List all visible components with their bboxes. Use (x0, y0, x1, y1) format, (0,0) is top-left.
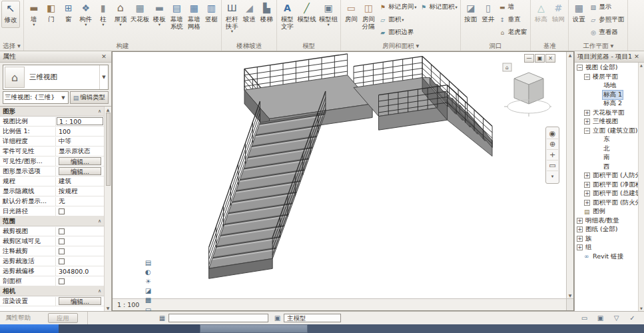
property-value[interactable]: 编辑... (56, 157, 104, 165)
property-row[interactable]: 日光路径 (0, 206, 104, 216)
tree-item[interactable]: + 图纸 (全部) (575, 225, 638, 234)
tree-item[interactable]: + 族 (575, 234, 638, 244)
property-value-text[interactable]: 无 (57, 197, 103, 206)
tree-item[interactable]: 场地 (575, 81, 638, 91)
ribbon-button[interactable]: 柱 ▾ (95, 1, 112, 33)
tree-item[interactable]: 图例 (575, 207, 638, 216)
navigation-bar[interactable]: ◉⊕+▭▾ (545, 127, 559, 184)
properties-panel-header[interactable]: 属性 ✕ (0, 51, 111, 63)
property-row[interactable]: 默认分析显示... 无 (0, 196, 104, 206)
ribbon-group-label[interactable]: 洞口 (461, 41, 531, 51)
tree-item-label[interactable]: 立面 (建筑立面) (591, 127, 638, 135)
checkbox[interactable] (59, 258, 65, 264)
property-value-text[interactable]: 编辑... (59, 167, 101, 175)
worksets-field[interactable] (168, 314, 268, 322)
property-value-text[interactable]: 中等 (57, 137, 103, 146)
ribbon-button[interactable]: 坡道 (240, 1, 258, 33)
tree-expander-icon[interactable]: + (577, 236, 583, 242)
scroll-down-icon[interactable]: ▼ (569, 293, 572, 298)
property-value-text[interactable]: 显示原状态 (57, 147, 103, 156)
type-selector[interactable]: ⌂ 三维视图 ▼ (3, 65, 109, 90)
checkbox[interactable] (59, 208, 65, 214)
tree-item-label[interactable]: 标高 2 (602, 99, 623, 108)
properties-scrollbar[interactable]: ▲ ▼ (104, 107, 111, 311)
tree-item-label[interactable]: Revit 链接 (591, 252, 625, 261)
ribbon-small-button[interactable]: 墙 (497, 1, 529, 13)
property-row[interactable]: 裁剪区域可见 (0, 236, 104, 246)
ribbon-button[interactable]: 栏杆 扶手 ▾ (223, 1, 240, 33)
properties-help-link[interactable]: 属性帮助 (5, 314, 31, 322)
property-value[interactable] (56, 228, 104, 234)
ribbon-button[interactable]: 楼板 ▾ (151, 1, 168, 33)
property-value-text[interactable]: 按规程 (57, 187, 103, 196)
property-value[interactable]: 1 : 100 (56, 117, 104, 125)
property-value[interactable]: 编辑... (56, 167, 104, 175)
ribbon-button[interactable]: 设置 (570, 1, 587, 27)
ribbon-group-label[interactable]: 房间和面积 ▾ (341, 41, 460, 51)
ribbon-group-label[interactable]: 模型 (277, 41, 340, 51)
tree-item[interactable]: − 楼层平面 (575, 73, 638, 82)
tree-item-label[interactable]: 西 (602, 163, 611, 171)
tree-item-label[interactable]: 天花板平面 (591, 109, 626, 117)
design-options-field[interactable]: 主模型 (284, 314, 341, 322)
tree-item-label[interactable]: 南 (602, 153, 611, 162)
tree-item[interactable]: Revit 链接 (575, 252, 638, 262)
tree-expander-icon[interactable]: − (577, 65, 583, 71)
checkbox[interactable] (59, 248, 65, 254)
ribbon-small-button[interactable]: 显示 (587, 1, 626, 13)
checkbox[interactable] (59, 228, 65, 234)
property-value[interactable] (56, 238, 104, 244)
tree-item-label[interactable]: 楼层平面 (591, 73, 619, 81)
ribbon-button[interactable]: 竖梃 (202, 1, 220, 33)
tree-item[interactable]: + 面积平面 (人防分区面积) (575, 171, 638, 180)
property-value-text[interactable]: 建筑 (57, 177, 103, 186)
tree-item-label[interactable]: 明细表/数量 (584, 216, 621, 225)
scroll-up-icon[interactable]: ▲ (640, 63, 643, 67)
property-row[interactable]: 比例值 1: 100 (0, 127, 104, 137)
tree-item[interactable]: + 三维视图 (575, 117, 638, 127)
tree-item-label[interactable]: 东 (602, 135, 611, 144)
tree-item-label[interactable]: 面积平面 (总建筑面积) (591, 189, 638, 198)
ribbon-small-button[interactable]: 面积边界 (377, 26, 418, 39)
property-value[interactable]: 显示原状态 (56, 147, 104, 156)
property-value[interactable]: 建筑 (56, 177, 104, 186)
browser-scrollbar[interactable]: ▲ ▼ (638, 63, 644, 311)
chevron-down-icon[interactable]: ▼ (99, 65, 108, 89)
steering-wheel-icon[interactable]: ◉ (547, 129, 558, 139)
property-value-text[interactable]: 1 : 100 (57, 117, 103, 125)
worksets-icon[interactable]: ▦ (157, 314, 167, 323)
tree-item[interactable]: 标高 1 (575, 91, 638, 100)
ribbon-group-label[interactable]: 选择 ▾ (0, 41, 23, 51)
property-row[interactable]: 视图比例 1 : 100 (0, 117, 104, 127)
apply-button[interactable]: 应用 (48, 313, 78, 323)
tree-item-label[interactable]: 组 (584, 243, 593, 252)
shadows-icon[interactable]: ◪ (143, 286, 153, 296)
tree-expander-icon[interactable]: − (584, 74, 590, 80)
property-value[interactable]: 无 (56, 197, 104, 206)
tree-item-label[interactable]: 面积平面 (防火分区面积) (591, 198, 638, 207)
ribbon-small-button[interactable]: 查看器 (587, 26, 626, 39)
property-row[interactable]: 显示隐藏线 按规程 (0, 186, 104, 196)
tree-item-label[interactable]: 面积平面 (净面积) (591, 180, 638, 189)
ribbon-button[interactable]: 天花板 (129, 1, 151, 33)
ribbon-group-label[interactable]: 楼梯坡道 (222, 41, 276, 51)
tree-item[interactable]: + 面积平面 (净面积) (575, 180, 638, 190)
edit-type-button[interactable]: 编辑类型 (70, 91, 109, 104)
property-row[interactable]: 远剪裁激活 (0, 256, 104, 266)
view-cube[interactable]: ⌂ (502, 63, 551, 121)
close-icon[interactable]: ✕ (632, 53, 641, 60)
property-row[interactable]: 剖面框 (0, 276, 104, 286)
tree-item[interactable]: − 视图 (全部) (575, 63, 638, 73)
tree-expander-icon[interactable]: + (584, 110, 590, 116)
ribbon-small-button[interactable]: 参照平面 (587, 13, 626, 26)
ribbon-button[interactable]: 标高 (532, 1, 549, 27)
checkbox[interactable] (59, 278, 65, 284)
zoom-icon[interactable]: ⊕ (547, 139, 558, 150)
checkbox[interactable] (59, 238, 65, 244)
ribbon-button[interactable]: 修改 (1, 1, 20, 28)
ribbon-button[interactable]: 竖井 (480, 1, 497, 27)
property-row[interactable]: 可见性/图形... 编辑... (0, 157, 104, 166)
3d-view-canvas[interactable]: ⌂ ◉⊕+▭▾ —▣× (113, 52, 566, 298)
tree-expander-icon[interactable]: + (577, 244, 583, 250)
filter-icon[interactable]: ▽ (611, 314, 621, 323)
